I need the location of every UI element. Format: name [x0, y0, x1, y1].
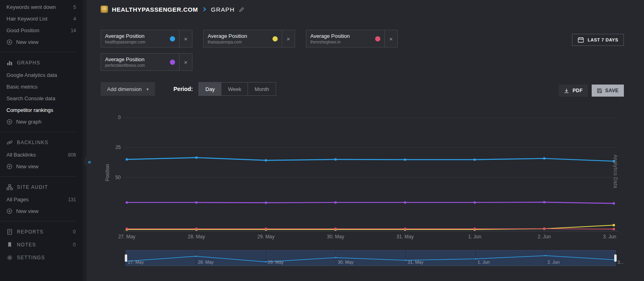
sidebar-item-all-pages[interactable]: All Pages 131: [0, 194, 83, 205]
sidebar-item-new-view-site-audit[interactable]: New view: [0, 205, 83, 217]
sidebar-item-new-view[interactable]: New view: [0, 36, 83, 48]
svg-text:31. May: 31. May: [396, 234, 414, 240]
filter-card-title: Average Position: [105, 56, 167, 62]
sitemap-icon: [6, 184, 13, 190]
sidebar-item-label: New view: [16, 163, 76, 169]
main-content: HEALTHYPASSENGER.COM GRAPH LAST 7 DAYS A…: [87, 0, 644, 281]
remove-filter-button[interactable]: ×: [179, 54, 192, 70]
period-label: Period:: [173, 86, 193, 92]
sidebar-item-new-view-backlinks[interactable]: New view: [0, 161, 83, 172]
sidebar-section-graphs[interactable]: GRAPHS: [0, 56, 83, 69]
date-range-button[interactable]: LAST 7 DAYS: [572, 34, 624, 46]
calendar-icon: [578, 37, 584, 43]
svg-text:25: 25: [116, 145, 121, 150]
svg-text:31. May: 31. May: [408, 260, 424, 264]
plus-circle-icon: [6, 119, 12, 125]
sidebar-item-new-graph[interactable]: New graph: [0, 116, 83, 128]
sidebar-item-count: 4: [73, 16, 76, 22]
y-axis-label: Position: [105, 155, 110, 191]
sidebar-section-site-audit[interactable]: SITE AUDIT: [0, 181, 83, 194]
series-color-dot: [375, 36, 380, 41]
sidebar-item-label: All Pages: [6, 196, 64, 202]
filter-card-body: Average Position healthypassenger.com: [101, 30, 179, 47]
add-dimension-label: Add dimension: [107, 86, 142, 92]
sidebar-item-label: Keywords went down: [6, 4, 70, 10]
svg-text:29. May: 29. May: [257, 234, 275, 240]
sidebar-rail: [83, 0, 87, 281]
svg-text:28. May: 28. May: [198, 260, 214, 264]
sidebar-item-count: 14: [71, 28, 76, 33]
svg-text:2. Jun: 2. Jun: [547, 260, 559, 264]
sidebar-item-google-analytics-data[interactable]: Google Analytics data: [0, 69, 83, 81]
sidebar-section-backlinks[interactable]: BACKLINKS: [0, 136, 83, 149]
sidebar-item-label: Google Analytics data: [6, 72, 76, 78]
sidebar-item-search-console-data[interactable]: Search Console data: [0, 93, 83, 104]
remove-filter-button[interactable]: ×: [282, 30, 295, 47]
period-month-button[interactable]: Month: [248, 83, 275, 95]
svg-text:50: 50: [116, 175, 121, 180]
breadcrumb-site[interactable]: HEALTHYPASSENGER.COM: [112, 6, 198, 13]
filter-card-domain: perfectskinfitness.com: [105, 63, 167, 68]
chart-range-navigator[interactable]: 27. May28. May29. May30. May31. May1. Ju…: [101, 248, 625, 267]
filter-card-domain: healthypassenger.com: [105, 40, 167, 44]
sidebar-item-keywords-went-down[interactable]: Keywords went down 5: [0, 1, 83, 13]
sidebar-item-all-backlinks[interactable]: All Backlinks 806: [0, 149, 83, 161]
sidebar-item-count: 0: [73, 242, 76, 248]
bar-chart-icon: [6, 60, 13, 66]
filter-card-title: Average Position: [208, 33, 269, 39]
period-day-button[interactable]: Day: [199, 83, 221, 95]
sidebar-item-good-position[interactable]: Good Position 14: [0, 25, 83, 36]
document-icon: [6, 229, 13, 235]
pdf-export-button[interactable]: PDF: [559, 85, 588, 97]
sidebar-item-count: 806: [68, 152, 76, 158]
breadcrumb: HEALTHYPASSENGER.COM GRAPH: [101, 0, 625, 13]
sidebar-item-notes[interactable]: NOTES 0: [0, 238, 83, 251]
sidebar-item-basic-metrics[interactable]: Basic metrics: [0, 81, 83, 93]
filter-card-body: Average Position perfectskinfitness.com: [101, 54, 179, 70]
sidebar-item-reports[interactable]: REPORTS 0: [0, 225, 83, 238]
export-actions: PDF SAVE: [559, 85, 624, 97]
divider: [0, 52, 77, 52]
save-label: SAVE: [605, 88, 619, 93]
site-favicon: [101, 6, 108, 13]
period-week-button[interactable]: Week: [221, 83, 248, 95]
plus-circle-icon: [6, 208, 12, 214]
svg-text:30. May: 30. May: [338, 260, 354, 264]
filter-card-texts: Average Position theresheglows.in: [310, 33, 372, 44]
filter-card-domain: thaisquarespa.com: [208, 40, 269, 44]
sidebar-item-label: New view: [16, 208, 76, 214]
sidebar-section-title: BACKLINKS: [17, 140, 76, 145]
sidebar-item-competitor-rankings[interactable]: Competitor rankings: [0, 104, 83, 116]
plus-circle-icon: [6, 163, 12, 169]
sidebar-section-title: SITE AUDIT: [17, 184, 76, 190]
svg-text:28. May: 28. May: [188, 234, 205, 240]
svg-text:0: 0: [118, 115, 121, 120]
svg-text:29. May: 29. May: [268, 260, 284, 264]
svg-text:1. Jun: 1. Jun: [478, 260, 490, 264]
date-range-label: LAST 7 DAYS: [588, 37, 618, 42]
divider: [0, 132, 77, 132]
add-dimension-button[interactable]: Add dimension ▾: [101, 82, 155, 96]
sidebar-item-label: Good Position: [6, 27, 67, 33]
close-icon: ×: [184, 59, 188, 66]
plus-circle-icon: [6, 39, 12, 45]
series-color-dot: [170, 60, 175, 65]
gear-icon: [6, 254, 13, 261]
save-button[interactable]: SAVE: [592, 85, 624, 97]
sidebar-item-hair-keyword-list[interactable]: Hair Keyword List 4: [0, 13, 83, 25]
sidebar: Keywords went down 5 Hair Keyword List 4…: [0, 0, 83, 281]
period-segmented-control: Day Week Month: [198, 82, 276, 96]
sidebar-item-settings[interactable]: SETTINGS: [0, 251, 83, 264]
sidebar-item-label: SETTINGS: [17, 255, 76, 260]
sidebar-item-count: 5: [73, 4, 76, 10]
edit-pencil-icon[interactable]: [239, 6, 245, 12]
pdf-label: PDF: [572, 88, 582, 93]
svg-text:27. May: 27. May: [128, 260, 144, 264]
chevron-right-icon: [202, 6, 207, 12]
remove-filter-button[interactable]: ×: [179, 30, 192, 47]
filter-card-theresheglows: Average Position theresheglows.in ×: [306, 30, 398, 48]
metric-filter-cards: Average Position healthypassenger.com × …: [101, 30, 400, 71]
chart-controls: Add dimension ▾ Period: Day Week Month: [101, 82, 625, 96]
filter-card-texts: Average Position thaisquarespa.com: [208, 33, 269, 44]
remove-filter-button[interactable]: ×: [384, 30, 397, 47]
